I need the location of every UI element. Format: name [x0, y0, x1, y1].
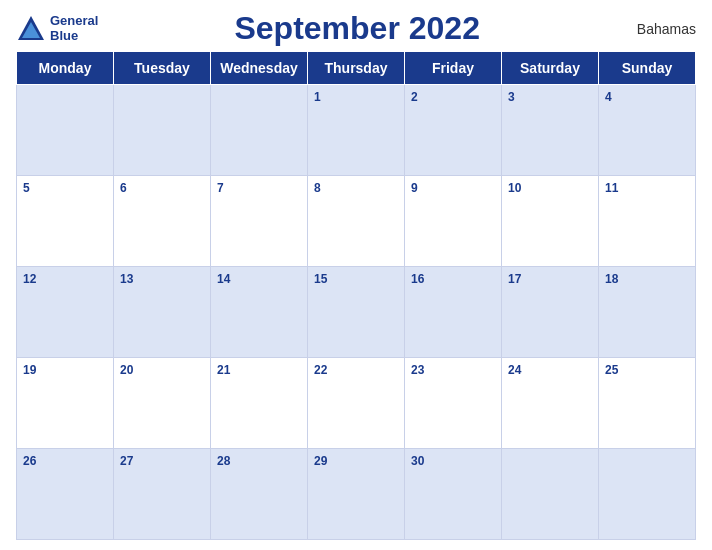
weekday-header-row: MondayTuesdayWednesdayThursdayFridaySatu… — [17, 52, 696, 85]
day-number: 25 — [605, 363, 618, 377]
day-number: 8 — [314, 181, 321, 195]
calendar-empty-cell — [17, 85, 114, 176]
day-number: 28 — [217, 454, 230, 468]
calendar-day-3: 3 — [502, 85, 599, 176]
calendar-week-row: 2627282930 — [17, 449, 696, 540]
day-number: 23 — [411, 363, 424, 377]
day-number: 18 — [605, 272, 618, 286]
calendar-day-27: 27 — [114, 449, 211, 540]
calendar-day-17: 17 — [502, 267, 599, 358]
calendar-day-25: 25 — [599, 358, 696, 449]
calendar-day-18: 18 — [599, 267, 696, 358]
calendar-empty-cell — [211, 85, 308, 176]
day-number: 5 — [23, 181, 30, 195]
weekday-header-saturday: Saturday — [502, 52, 599, 85]
day-number: 24 — [508, 363, 521, 377]
weekday-header-thursday: Thursday — [308, 52, 405, 85]
calendar-day-15: 15 — [308, 267, 405, 358]
calendar-day-8: 8 — [308, 176, 405, 267]
calendar-day-7: 7 — [211, 176, 308, 267]
day-number: 7 — [217, 181, 224, 195]
calendar-day-14: 14 — [211, 267, 308, 358]
calendar-empty-cell — [114, 85, 211, 176]
calendar-table: MondayTuesdayWednesdayThursdayFridaySatu… — [16, 51, 696, 540]
calendar-empty-cell — [502, 449, 599, 540]
calendar-day-23: 23 — [405, 358, 502, 449]
day-number: 10 — [508, 181, 521, 195]
calendar-day-1: 1 — [308, 85, 405, 176]
weekday-header-monday: Monday — [17, 52, 114, 85]
calendar-day-9: 9 — [405, 176, 502, 267]
weekday-header-sunday: Sunday — [599, 52, 696, 85]
calendar-day-21: 21 — [211, 358, 308, 449]
day-number: 14 — [217, 272, 230, 286]
day-number: 16 — [411, 272, 424, 286]
day-number: 3 — [508, 90, 515, 104]
general-blue-icon — [16, 14, 46, 44]
calendar-day-16: 16 — [405, 267, 502, 358]
calendar-day-29: 29 — [308, 449, 405, 540]
calendar-day-2: 2 — [405, 85, 502, 176]
calendar-day-26: 26 — [17, 449, 114, 540]
day-number: 4 — [605, 90, 612, 104]
calendar-day-19: 19 — [17, 358, 114, 449]
calendar-week-row: 12131415161718 — [17, 267, 696, 358]
calendar-day-22: 22 — [308, 358, 405, 449]
calendar-header: General Blue September 2022 Bahamas — [16, 10, 696, 47]
country-label: Bahamas — [616, 21, 696, 37]
calendar-day-20: 20 — [114, 358, 211, 449]
calendar-empty-cell — [599, 449, 696, 540]
calendar-week-row: 19202122232425 — [17, 358, 696, 449]
calendar-day-13: 13 — [114, 267, 211, 358]
day-number: 11 — [605, 181, 618, 195]
calendar-day-12: 12 — [17, 267, 114, 358]
day-number: 17 — [508, 272, 521, 286]
day-number: 19 — [23, 363, 36, 377]
calendar-week-row: 1234 — [17, 85, 696, 176]
day-number: 30 — [411, 454, 424, 468]
day-number: 21 — [217, 363, 230, 377]
calendar-day-6: 6 — [114, 176, 211, 267]
weekday-header-wednesday: Wednesday — [211, 52, 308, 85]
day-number: 2 — [411, 90, 418, 104]
day-number: 12 — [23, 272, 36, 286]
weekday-header-friday: Friday — [405, 52, 502, 85]
logo: General Blue — [16, 14, 98, 44]
day-number: 15 — [314, 272, 327, 286]
logo-text: General Blue — [50, 14, 98, 43]
calendar-day-4: 4 — [599, 85, 696, 176]
day-number: 1 — [314, 90, 321, 104]
calendar-day-28: 28 — [211, 449, 308, 540]
weekday-header-tuesday: Tuesday — [114, 52, 211, 85]
calendar-day-24: 24 — [502, 358, 599, 449]
calendar-day-11: 11 — [599, 176, 696, 267]
day-number: 27 — [120, 454, 133, 468]
day-number: 13 — [120, 272, 133, 286]
calendar-week-row: 567891011 — [17, 176, 696, 267]
calendar-title: September 2022 — [98, 10, 616, 47]
day-number: 29 — [314, 454, 327, 468]
day-number: 22 — [314, 363, 327, 377]
calendar-day-5: 5 — [17, 176, 114, 267]
day-number: 6 — [120, 181, 127, 195]
day-number: 26 — [23, 454, 36, 468]
calendar-day-30: 30 — [405, 449, 502, 540]
day-number: 20 — [120, 363, 133, 377]
day-number: 9 — [411, 181, 418, 195]
calendar-day-10: 10 — [502, 176, 599, 267]
